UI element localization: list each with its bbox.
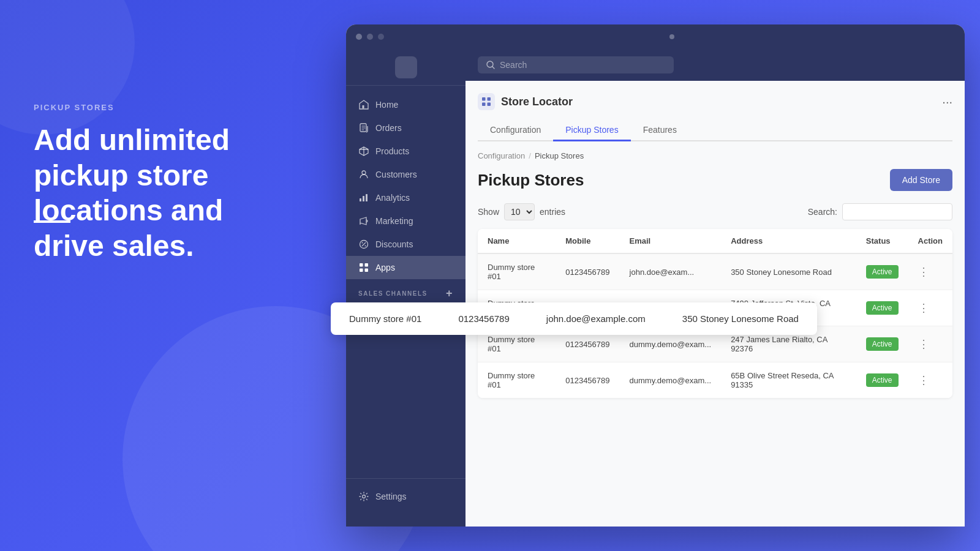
sidebar: Home Orders xyxy=(346,49,466,527)
browser-center xyxy=(389,34,955,39)
discounts-icon xyxy=(358,239,369,250)
table-search-input[interactable] xyxy=(842,203,952,220)
svg-point-22 xyxy=(487,61,493,67)
marketing-icon xyxy=(358,216,369,227)
app-menu-button[interactable]: ··· xyxy=(942,95,952,109)
breadcrumb-separator: / xyxy=(529,151,531,160)
svg-line-23 xyxy=(492,67,494,69)
cell-action-3: ⋮ xyxy=(908,362,952,399)
tab-features[interactable]: Features xyxy=(631,120,689,141)
sidebar-item-products[interactable]: Products xyxy=(346,140,466,163)
apps-icon xyxy=(358,262,369,273)
cell-address-0: 350 Stoney Lonesome Road xyxy=(721,253,856,290)
search-box[interactable] xyxy=(478,56,674,73)
cell-action-0: ⋮ xyxy=(908,253,952,290)
action-menu-button[interactable]: ⋮ xyxy=(918,374,929,386)
store-locator-icon xyxy=(481,97,491,107)
th-action: Action xyxy=(908,229,952,253)
browser-dot-1 xyxy=(356,34,362,40)
cell-status-1: Active xyxy=(856,290,908,326)
cell-action-1: ⋮ xyxy=(908,290,952,326)
sidebar-section-sales-channels: SALES CHANNELS + xyxy=(346,279,466,302)
sidebar-item-orders[interactable]: Orders xyxy=(346,116,466,140)
svg-point-13 xyxy=(365,246,366,247)
status-badge: Active xyxy=(866,265,899,279)
search-icon xyxy=(486,61,495,69)
sidebar-item-customers[interactable]: Customers xyxy=(346,163,466,186)
sidebar-item-apps[interactable]: Apps xyxy=(346,256,466,279)
sidebar-item-label-home: Home xyxy=(375,100,398,110)
th-address: Address xyxy=(721,229,856,253)
main-content: Store Locator ··· Configuration Pickup S… xyxy=(466,49,965,527)
add-channel-button[interactable]: + xyxy=(446,288,453,299)
sidebar-logo-icon xyxy=(395,56,417,78)
analytics-icon xyxy=(358,192,369,203)
table-row: Dummy store #01 0123456789 dummy.demo@ex… xyxy=(478,362,952,399)
cell-status-0: Active xyxy=(856,253,908,290)
settings-icon xyxy=(358,491,369,502)
sidebar-logo xyxy=(346,49,466,86)
tab-configuration[interactable]: Configuration xyxy=(478,120,553,141)
cell-email-0: john.doe@exam... xyxy=(620,253,722,290)
browser-center-dot xyxy=(669,34,674,39)
sidebar-item-analytics[interactable]: Analytics xyxy=(346,186,466,209)
breadcrumb-current: Pickup Stores xyxy=(535,151,584,160)
svg-rect-15 xyxy=(365,263,369,267)
app-name: Store Locator xyxy=(501,96,573,108)
orders-icon xyxy=(358,122,369,133)
th-email: Email xyxy=(620,229,722,253)
action-menu-button[interactable]: ⋮ xyxy=(918,266,929,278)
tabs: Configuration Pickup Stores Features xyxy=(478,120,952,141)
page-title: Pickup Stores xyxy=(478,171,584,190)
app-header-icon xyxy=(478,93,495,110)
svg-point-12 xyxy=(362,242,363,244)
cell-name-0: Dummy store #01 xyxy=(478,253,556,290)
bg-label: PICKUP STORES xyxy=(34,103,115,112)
sidebar-bottom: Settings xyxy=(346,478,466,514)
add-store-button[interactable]: Add Store xyxy=(890,169,952,191)
browser-dot-3 xyxy=(378,34,384,40)
cell-action-2: ⋮ xyxy=(908,326,952,362)
browser-dot-2 xyxy=(367,34,373,40)
table-row: Dummy store #01 0123456789 john.doe@exam… xyxy=(478,253,952,290)
home-icon xyxy=(358,99,369,110)
search-input[interactable] xyxy=(500,60,659,70)
app-container: Home Orders xyxy=(346,49,965,527)
products-icon xyxy=(358,146,369,157)
bg-underline-decoration xyxy=(34,220,70,223)
action-menu-button[interactable]: ⋮ xyxy=(918,302,929,314)
svg-rect-6 xyxy=(360,198,361,201)
svg-rect-7 xyxy=(363,196,364,201)
cell-status-2: Active xyxy=(856,326,908,362)
tooltip-address: 350 Stoney Lonesome Road xyxy=(682,313,799,324)
cell-status-3: Active xyxy=(856,362,908,399)
search-filter-label: Search: xyxy=(808,207,837,217)
sidebar-item-label-marketing: Marketing xyxy=(375,216,413,226)
svg-rect-27 xyxy=(488,103,491,107)
svg-rect-14 xyxy=(360,263,363,267)
show-label: Show xyxy=(478,207,499,217)
tooltip-email: john.doe@example.com xyxy=(546,313,646,324)
app-header: Store Locator ··· xyxy=(478,93,952,110)
sidebar-item-label-analytics: Analytics xyxy=(375,193,410,203)
sidebar-item-settings[interactable]: Settings xyxy=(346,485,466,508)
status-badge: Active xyxy=(866,373,899,387)
sidebar-item-home[interactable]: Home xyxy=(346,93,466,116)
page-title-row: Pickup Stores Add Store xyxy=(478,169,952,191)
svg-point-5 xyxy=(362,171,366,174)
sidebar-item-marketing[interactable]: Marketing xyxy=(346,209,466,233)
th-status: Status xyxy=(856,229,908,253)
entries-select[interactable]: 10 25 50 xyxy=(504,203,535,220)
tab-pickup-stores[interactable]: Pickup Stores xyxy=(553,120,630,141)
tooltip-mobile: 0123456789 xyxy=(458,313,509,324)
th-mobile: Mobile xyxy=(556,229,619,253)
status-badge: Active xyxy=(866,301,899,315)
sidebar-item-label-orders: Orders xyxy=(375,123,402,133)
action-menu-button[interactable]: ⋮ xyxy=(918,338,929,350)
show-entries: Show 10 25 50 entries xyxy=(478,203,565,220)
customers-icon xyxy=(358,169,369,180)
sidebar-item-label-discounts: Discounts xyxy=(375,239,413,249)
breadcrumb-parent[interactable]: Configuration xyxy=(478,151,525,160)
sidebar-item-discounts[interactable]: Discounts xyxy=(346,233,466,256)
breadcrumb: Configuration / Pickup Stores xyxy=(478,151,952,160)
